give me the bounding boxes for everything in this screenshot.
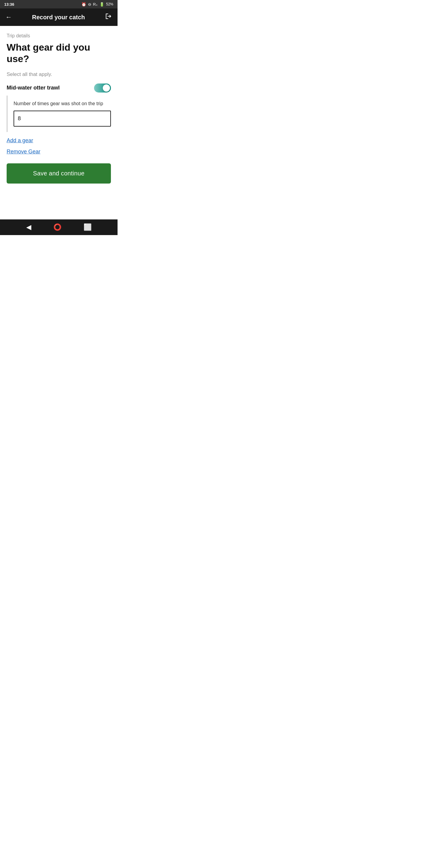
nav-home-icon[interactable]: ⭕ [53, 223, 61, 231]
gear-toggle-row: Mid-water otter trawl [7, 84, 111, 93]
trip-details-label: Trip details [7, 33, 111, 38]
exit-icon[interactable] [105, 13, 112, 22]
main-content: Trip details What gear did you use? Sele… [0, 26, 118, 219]
gear-toggle[interactable] [94, 84, 111, 93]
status-icons: ⏰ ⊖ Rₓ 🔋 52% [82, 2, 113, 7]
toggle-thumb [103, 84, 110, 92]
dnd-icon: ⊖ [88, 2, 91, 7]
app-bar-title: Record your catch [12, 14, 105, 21]
gear-times-input[interactable] [13, 111, 111, 127]
status-bar: 13:36 ⏰ ⊖ Rₓ 🔋 52% [0, 0, 118, 8]
gear-detail-section: Number of times gear was shot on the tri… [7, 96, 111, 132]
bottom-nav: ◀ ⭕ ⬜ [0, 219, 118, 235]
save-continue-button[interactable]: Save and continue [7, 163, 111, 184]
add-gear-link[interactable]: Add a gear [7, 137, 33, 144]
battery-level: 52% [106, 2, 113, 6]
remove-gear-link[interactable]: Remove Gear [7, 149, 40, 155]
app-bar: ← Record your catch [0, 8, 118, 26]
back-button[interactable]: ← [5, 13, 12, 21]
alarm-icon: ⏰ [82, 2, 86, 7]
signal-icon: Rₓ [93, 2, 98, 7]
battery-icon: 🔋 [99, 2, 104, 7]
status-time: 13:36 [4, 2, 14, 7]
gear-detail-label: Number of times gear was shot on the tri… [13, 101, 111, 106]
nav-recents-icon[interactable]: ⬜ [84, 223, 92, 231]
gear-name: Mid-water otter trawl [7, 85, 60, 91]
links-section: Add a gear Remove Gear [7, 137, 111, 155]
page-heading: What gear did you use? [7, 41, 111, 65]
nav-back-icon[interactable]: ◀ [26, 223, 31, 231]
select-label: Select all that apply. [7, 71, 111, 78]
